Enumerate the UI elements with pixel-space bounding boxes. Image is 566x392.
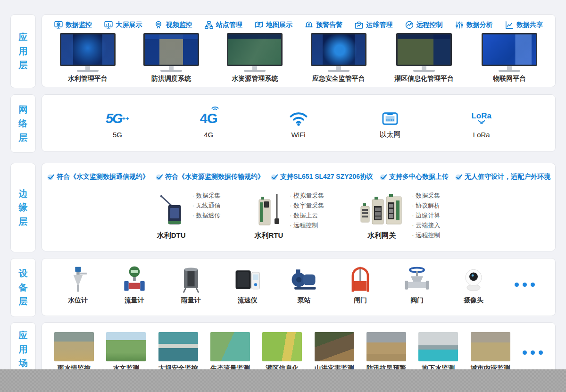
feature-warning-alert: 预警告警 — [305, 21, 342, 29]
platform-irrigation-info: 灌区信息化管理平台 — [394, 33, 454, 83]
device-rain-gauge: 雨量计 — [175, 264, 207, 305]
feature-label: 预警告警 — [316, 21, 342, 29]
monitor-screenshot — [482, 33, 537, 72]
network-item-5g: 5G++ 5G — [106, 108, 129, 139]
device-sluice-gate: 闸门 — [345, 264, 376, 305]
big-screen-chart-icon — [104, 21, 113, 29]
product-gateway: 水利网关 数据采集 协议解析 边缘计算 云端接入 远程控制 — [358, 187, 440, 240]
feature-video-monitoring: 视频监控 — [154, 21, 192, 29]
line-chart-icon — [505, 21, 514, 29]
feature-data-monitoring: 数据监控 — [54, 21, 92, 29]
monitor-search-icon — [54, 21, 63, 29]
layer-tab-network: 网络层 — [10, 94, 36, 153]
platform-name: 灌区信息化管理平台 — [394, 75, 454, 83]
scenario-photo — [262, 332, 302, 361]
product-name: 水利网关 — [367, 231, 396, 240]
feature-site-management: 站点管理 — [205, 21, 242, 29]
water-iot-architecture-page: 应用层 网络层 边缘层 设备层 应用场景 数据监控 大屏展示 视频监控 站点管理 — [0, 0, 566, 392]
platform-name: 水资源管理系统 — [232, 75, 278, 83]
network-layer-panel: 5G++ 5G 4G 4G WiFi 以太网 — [42, 94, 556, 152]
ethernet-port-icon — [381, 108, 399, 129]
platform-row: 水利管理平台 防洪调度系统 水资源管理系统 应急安全监管平台 灌区信息化管理平台… — [42, 33, 555, 83]
platform-name: 应急安全监管平台 — [312, 75, 365, 83]
product-rtu: 水利RTU 模拟量采集 数字量采集 数据上云 远程控制 — [255, 187, 325, 240]
flow-meter-image — [119, 264, 150, 295]
platform-water-resources: 水资源管理系统 — [227, 33, 283, 83]
product-name: 水利DTU — [157, 231, 186, 240]
monitor-screenshot — [311, 33, 366, 72]
scenario-dam-safety: 大坝安全监控 — [158, 332, 198, 373]
device-water-level-meter: 水位计 — [62, 264, 93, 305]
scenario-photo — [106, 332, 146, 361]
platform-name: 防洪调度系统 — [151, 75, 191, 83]
water-level-meter-image — [62, 264, 93, 295]
network-row: 5G++ 5G 4G 4G WiFi 以太网 — [42, 95, 555, 151]
video-camera-icon — [154, 21, 163, 29]
feature-data-analysis: 数据分析 — [455, 21, 493, 29]
scenario-mountain-flood: 山洪灾害监测 — [315, 332, 354, 373]
scenario-photo — [471, 332, 510, 361]
product-bullets: 数据采集 无线通信 数据透传 — [192, 187, 221, 240]
screenshot-crop-bar — [0, 369, 566, 392]
device-camera: 摄像头 — [458, 264, 489, 305]
network-label: 5G — [113, 131, 122, 139]
layer-label: 应用层 — [18, 30, 28, 72]
edge-feature: 符合《水文监测数据通信规约》 — [47, 173, 149, 181]
edge-feature-label: 符合《水文监测数据通信规约》 — [57, 173, 149, 181]
network-label: LoRa — [473, 131, 490, 139]
feature-data-sharing: 数据共享 — [505, 21, 543, 29]
more-devices-dots — [515, 283, 535, 287]
scenario-photo — [210, 332, 250, 361]
scenario-irrigation-info: 灌区信息化 — [262, 332, 302, 373]
site-nodes-icon — [205, 21, 213, 29]
feature-remote-control: 远程控制 — [405, 21, 443, 29]
feature-label: 站点管理 — [216, 21, 242, 29]
check-circle-icon — [270, 173, 278, 181]
device-label: 流量计 — [125, 296, 144, 305]
device-row: 水位计 流量计 雨量计 — [42, 259, 555, 305]
device-label: 闸门 — [354, 296, 367, 305]
check-circle-icon — [379, 173, 387, 181]
more-scenarios-dots — [523, 350, 543, 355]
scenario-row: 雨水情监控 水文监测 大坝安全监控 生态流量监测 灌区信息化 山洪灾害监测 — [42, 323, 555, 373]
layer-label: 边缘层 — [18, 187, 28, 228]
5g-icon: 5G++ — [106, 108, 129, 130]
layer-label: 网络层 — [18, 103, 28, 144]
network-item-4g: 4G 4G — [200, 108, 217, 139]
scenario-hydrology-monitoring: 水文监测 — [106, 332, 146, 373]
edge-feature: 支持SL651 SL427 SZY206协议 — [270, 173, 373, 181]
edge-feature-label: 无人值守设计，适配户外环境 — [465, 173, 550, 181]
network-label: WiFi — [291, 131, 306, 139]
device-label: 水位计 — [68, 296, 88, 305]
edge-feature-label: 支持SL651 SL427 SZY206协议 — [280, 173, 373, 181]
check-circle-icon — [155, 173, 163, 181]
device-valve: 阀门 — [401, 264, 433, 305]
feature-label: 远程控制 — [416, 21, 443, 29]
edge-feature: 符合《水资源监测数据传输规约》 — [155, 173, 264, 181]
camera-image — [458, 264, 489, 295]
device-label: 雨量计 — [181, 296, 201, 305]
monitor-screenshot — [396, 33, 452, 72]
scenario-photo — [418, 332, 458, 361]
layer-label: 设备层 — [18, 267, 28, 308]
platform-iot: 物联网平台 — [482, 33, 537, 83]
scenario-photo — [315, 332, 354, 361]
feature-label: 大屏展示 — [116, 21, 142, 29]
device-label: 阀门 — [410, 296, 424, 305]
product-dtu: 水利DTU 数据采集 无线通信 数据透传 — [157, 187, 221, 240]
dtu-device-image — [157, 194, 185, 230]
layer-tab-device: 设备层 — [10, 258, 36, 317]
signal-arcs-icon — [211, 105, 219, 110]
scenario-photo — [54, 332, 94, 361]
ops-briefcase-icon — [355, 21, 363, 29]
edge-feature-label: 符合《水资源监测数据传输规约》 — [165, 173, 264, 181]
network-item-ethernet: 以太网 — [380, 108, 401, 139]
network-item-lora: LoRa LoRa — [471, 108, 491, 139]
feature-ops-management: 运维管理 — [355, 21, 392, 29]
feature-big-screen: 大屏展示 — [104, 21, 142, 29]
remote-dial-icon — [405, 21, 414, 29]
product-bullets: 模拟量采集 数字量采集 数据上云 远程控制 — [290, 187, 324, 240]
scenario-flood-drought-warning: 防汛抗旱预警 — [366, 332, 406, 373]
monitor-screenshot — [227, 33, 283, 72]
sluice-gate-image — [345, 264, 376, 295]
